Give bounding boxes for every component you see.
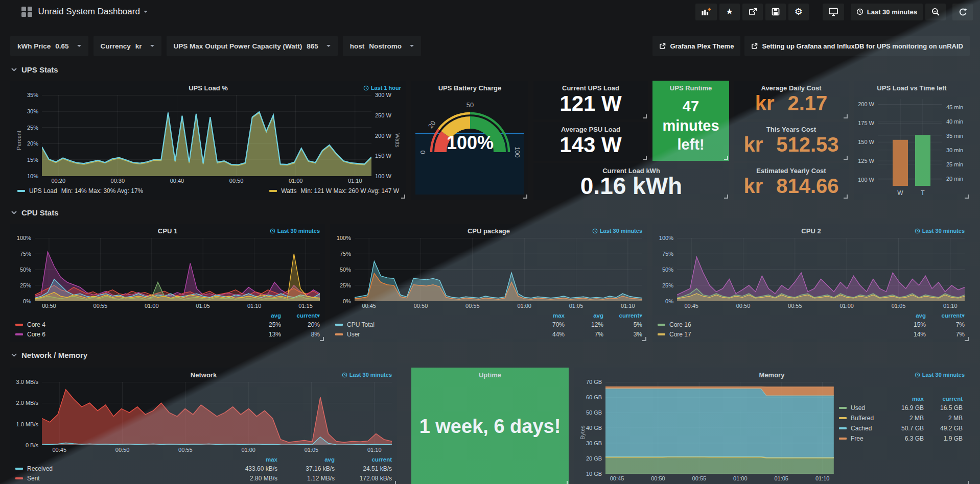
legend: avg current▾ Core 4 25% 20% Core 6 13% 8… [15, 311, 320, 339]
axis-tick-label: 00:55 [788, 303, 802, 309]
axis-tick-label: 00:50 [229, 178, 244, 184]
legend-sort-avg[interactable]: avg [887, 312, 926, 319]
section-ups-stats[interactable]: UPS Stats [11, 65, 58, 74]
y-axis-ticks: 100%75%50%25%0% [658, 238, 677, 310]
panel-estimated-yearly-cost: Estimated Yearly Cost kr814.66 [734, 163, 849, 200]
stat-value: kr814.66 [734, 176, 849, 196]
time-range-picker[interactable]: Last 30 minutes [851, 4, 923, 20]
panel-title[interactable]: UPS Load % [10, 84, 406, 92]
dashboard-links: Grafana Plex Theme Setting up Grafana an… [652, 36, 970, 56]
stat-value: 1 week, 6 days! [411, 416, 569, 438]
panel-title[interactable]: This Years Cost [734, 126, 849, 133]
panel-title[interactable]: UPS Load vs Time left [854, 84, 970, 92]
legend-series[interactable]: Core 16 [658, 321, 887, 328]
legend-sort-max[interactable]: max [220, 456, 277, 463]
legend-sort-current[interactable]: current [924, 396, 963, 402]
panel-title[interactable]: Estimated Yearly Cost [734, 167, 849, 175]
panel-time-range[interactable]: Last 30 minutes [342, 372, 392, 378]
memory-chart[interactable]: 00:4500:5000:5501:0001:0501:10 [605, 382, 834, 483]
panel-time-range[interactable]: Last 30 minutes [592, 228, 642, 234]
panel-title[interactable]: Current UPS Load [533, 84, 648, 92]
panel-title[interactable]: UPS Battery Charge [411, 84, 528, 92]
cpu2-chart[interactable]: 00:4500:5000:5501:0001:0501:10 [677, 238, 965, 310]
axis-tick-label: 00:45 [362, 303, 376, 309]
variable-value[interactable]: 865 [307, 42, 318, 50]
variable-value[interactable]: kr [135, 42, 142, 50]
cpu-package-chart[interactable]: 00:4500:5000:5501:0001:0501:10 [355, 238, 642, 310]
cpu1-chart[interactable]: 00:5000:5501:0001:0501:1001:15 [35, 238, 320, 310]
legend-sort-current[interactable]: current▾ [926, 312, 965, 319]
cycle-view-button[interactable] [823, 4, 844, 20]
legend-series[interactable]: Core 6 [15, 331, 242, 338]
legend-series[interactable]: Core 4 [15, 321, 242, 328]
legend-sort-avg[interactable]: avg [277, 456, 335, 463]
section-title: UPS Stats [21, 65, 58, 74]
network-chart[interactable]: 00:4500:5000:5501:0001:0501:10 [42, 382, 392, 454]
panel-title[interactable]: Network [10, 371, 397, 379]
settings-button[interactable]: ⚙ [788, 4, 809, 20]
favorite-button[interactable]: ★ [719, 4, 740, 20]
legend-series[interactable]: Sent [15, 475, 220, 482]
legend-sort-avg[interactable]: avg [242, 312, 281, 319]
legend-series[interactable]: CPU Total [335, 321, 526, 328]
legend-sort-current[interactable]: current [335, 456, 392, 463]
legend-series-watts[interactable]: Watts Min: 121 W Max: 260 W Avg: 147 W [269, 187, 399, 195]
panel-title[interactable]: Average PSU Load [533, 126, 648, 133]
link-grafana-plex-theme[interactable]: Grafana Plex Theme [652, 36, 740, 56]
chevron-down-icon[interactable] [144, 11, 148, 13]
variable-value[interactable]: Nostromo [369, 42, 402, 50]
ups-load-chart[interactable]: 00:2000:3000:4000:5001:0001:10 [42, 95, 371, 185]
variable-currency[interactable]: Currency kr [94, 36, 161, 56]
panel-time-range[interactable]: Last 1 hour [363, 85, 401, 91]
axis-tick-label: 01:00 [145, 303, 159, 309]
variable-value[interactable]: 0.65 [55, 42, 68, 50]
legend-sort-max[interactable]: max [526, 312, 565, 319]
add-panel-button[interactable] [695, 4, 717, 20]
panel-title[interactable]: Uptime [411, 371, 569, 379]
legend-series[interactable]: Buffered [839, 415, 885, 422]
legend-series[interactable]: User [335, 331, 526, 338]
legend-series-ups-load[interactable]: UPS Load Min: 14% Max: 30% Avg: 17% [17, 187, 143, 195]
legend-series[interactable]: Free [839, 435, 885, 442]
zoom-out-button[interactable] [925, 4, 946, 20]
legend-series[interactable]: Received [15, 465, 220, 472]
panel-time-range[interactable]: Last 30 minutes [915, 372, 965, 378]
variable-label: kWh Price [17, 42, 51, 50]
panel-title[interactable]: Average Daily Cost [734, 84, 849, 92]
legend-row: Buffered 2 MB 2 MB [839, 413, 963, 423]
panel-title[interactable]: Memory [574, 371, 970, 379]
save-button[interactable] [765, 4, 786, 20]
legend-sort-max[interactable]: max [885, 396, 924, 402]
legend-series[interactable]: Cached [839, 425, 885, 432]
battery-gauge: 02050100100% [416, 96, 524, 163]
variable-host[interactable]: host Nostromo [343, 36, 421, 56]
monitor-icon [828, 7, 838, 16]
legend-series[interactable]: Used [839, 404, 885, 412]
link-grafana-influxdb-guide[interactable]: Setting up Grafana and InfluxDB for UPS … [744, 36, 970, 56]
legend-row: Cached 50.7 GB 49.2 GB [839, 423, 963, 433]
legend-sort-current[interactable]: current▾ [603, 312, 642, 319]
section-network-memory[interactable]: Network / Memory [11, 351, 87, 359]
refresh-button[interactable] [952, 4, 973, 20]
apps-grid-icon[interactable] [21, 7, 32, 17]
time-range-label: Last 30 minutes [922, 372, 965, 378]
legend-sort-current[interactable]: current▾ [281, 312, 320, 319]
x-axis-ticks: 00:4500:5000:5501:0001:0501:10 [605, 475, 834, 483]
legend-sort-avg[interactable]: avg [565, 312, 603, 319]
share-button[interactable] [742, 4, 763, 20]
series-swatch [839, 427, 847, 429]
legend-series[interactable]: Core 17 [658, 331, 887, 338]
ups-load-vs-time-chart[interactable]: 200 W175 W150 W125 W100 W45 min40 min35 … [855, 94, 969, 199]
y-axis-label: Percent [15, 95, 22, 185]
variable-ups-max-output[interactable]: UPS Max Output Power Capacity (Watt) 865 [167, 36, 338, 56]
axis-tick-label: 01:10 [943, 303, 958, 309]
variable-kwh-price[interactable]: kWh Price 0.65 [10, 36, 88, 56]
axis-tick-label: 01:15 [298, 303, 313, 309]
panel-time-range[interactable]: Last 30 minutes [915, 228, 965, 234]
panel-time-range[interactable]: Last 30 minutes [270, 228, 320, 234]
panel-title[interactable]: UPS Runtime [652, 84, 729, 92]
section-cpu-stats[interactable]: CPU Stats [11, 208, 59, 217]
dashboard-title[interactable]: Unraid System Dashboard [38, 7, 140, 17]
time-range-label: Last 1 hour [371, 85, 401, 91]
axis-tick-label: 01:05 [892, 303, 906, 309]
